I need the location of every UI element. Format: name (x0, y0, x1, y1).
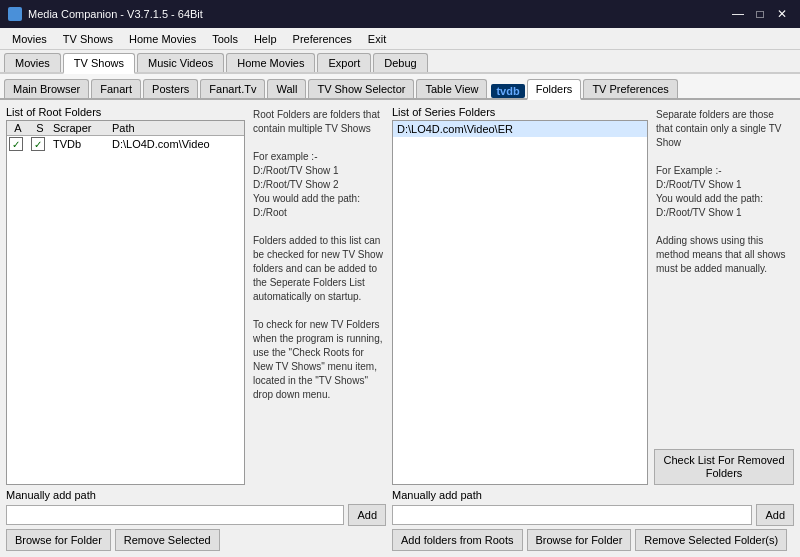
right-browse-folder-button[interactable]: Browse for Folder (527, 529, 632, 551)
tab-mainbrowser[interactable]: Main Browser (4, 79, 89, 98)
right-bottom-controls: Manually add path Add Add folders from R… (392, 489, 794, 551)
root-folder-row[interactable]: TVDb D:\LO4D.com\Video (7, 136, 244, 152)
list-header: A S Scraper Path (7, 121, 244, 136)
menu-tools[interactable]: Tools (204, 28, 246, 49)
left-bottom-controls: Manually add path Add Browse for Folder … (6, 489, 386, 551)
menu-movies[interactable]: Movies (4, 28, 55, 49)
maximize-button[interactable]: □ (750, 5, 770, 23)
window-controls: — □ ✕ (728, 5, 792, 23)
series-folders-label: List of Series Folders (392, 106, 648, 118)
tab-tvpreferences[interactable]: TV Preferences (583, 79, 677, 98)
left-panel: List of Root Folders A S Scraper Path (6, 106, 386, 551)
menu-bar: Movies TV Shows Home Movies Tools Help P… (0, 28, 800, 50)
right-panel: List of Series Folders D:\LO4D.com\Video… (392, 106, 794, 551)
close-button[interactable]: ✕ (772, 5, 792, 23)
add-from-roots-button[interactable]: Add folders from Roots (392, 529, 523, 551)
tab-tableview[interactable]: Table View (416, 79, 487, 98)
menu-preferences[interactable]: Preferences (285, 28, 360, 49)
root-folders-container: List of Root Folders A S Scraper Path (6, 106, 245, 485)
tab-debug[interactable]: Debug (373, 53, 427, 72)
col-scraper-header: Scraper (53, 122, 108, 134)
series-folder-item[interactable]: D:\LO4D.com\Video\ER (393, 121, 647, 137)
tab-wall[interactable]: Wall (267, 79, 306, 98)
tab-musicvideos[interactable]: Music Videos (137, 53, 224, 72)
check-list-button[interactable]: Check List For Removed Folders (654, 449, 794, 485)
menu-tvshows[interactable]: TV Shows (55, 28, 121, 49)
tab-movies[interactable]: Movies (4, 53, 61, 72)
tab-bar-1: Movies TV Shows Music Videos Home Movies… (0, 50, 800, 74)
main-content: List of Root Folders A S Scraper Path (0, 100, 800, 557)
tab-bar-2: Main Browser Fanart Posters Fanart.Tv Wa… (0, 74, 800, 100)
series-folders-listbox[interactable]: D:\LO4D.com\Video\ER (392, 120, 648, 485)
tab-export[interactable]: Export (317, 53, 371, 72)
menu-help[interactable]: Help (246, 28, 285, 49)
left-input-row: Add (6, 504, 386, 526)
menu-exit[interactable]: Exit (360, 28, 394, 49)
checkbox-a[interactable] (9, 137, 23, 151)
minimize-button[interactable]: — (728, 5, 748, 23)
tvdb-badge: tvdb (491, 84, 524, 98)
root-folders-description: Root Folders are folders that contain mu… (251, 106, 386, 485)
tab-folders[interactable]: Folders (527, 79, 582, 100)
menu-homemovies[interactable]: Home Movies (121, 28, 204, 49)
col-s-check[interactable] (31, 137, 49, 151)
title-bar: Media Companion - V3.7.1.5 - 64Bit — □ ✕ (0, 0, 800, 28)
col-s-header: S (31, 122, 49, 134)
series-description: Separate folders are those that contain … (654, 106, 794, 278)
right-path-input[interactable] (392, 505, 752, 525)
right-input-row: Add (392, 504, 794, 526)
col-a-header: A (9, 122, 27, 134)
window-title: Media Companion - V3.7.1.5 - 64Bit (28, 8, 203, 20)
left-add-button[interactable]: Add (348, 504, 386, 526)
root-folders-label: List of Root Folders (6, 106, 245, 118)
checkbox-s[interactable] (31, 137, 45, 151)
app-icon (8, 7, 22, 21)
tab-tvshows[interactable]: TV Shows (63, 53, 135, 74)
right-btn-row: Add folders from Roots Browse for Folder… (392, 529, 794, 551)
left-btn-row: Browse for Folder Remove Selected (6, 529, 386, 551)
right-panel-section: List of Series Folders D:\LO4D.com\Video… (392, 106, 794, 485)
left-add-path-label: Manually add path (6, 489, 386, 501)
browse-folder-button[interactable]: Browse for Folder (6, 529, 111, 551)
remove-selected-folder-button[interactable]: Remove Selected Folder(s) (635, 529, 787, 551)
col-a-check[interactable] (9, 137, 27, 151)
tab-posters[interactable]: Posters (143, 79, 198, 98)
row-scraper: TVDb (53, 138, 108, 150)
left-panel-section: List of Root Folders A S Scraper Path (6, 106, 386, 485)
tab-homemovies[interactable]: Home Movies (226, 53, 315, 72)
tab-fanarttv[interactable]: Fanart.Tv (200, 79, 265, 98)
col-path-header: Path (112, 122, 242, 134)
tab-tvshowselector[interactable]: TV Show Selector (308, 79, 414, 98)
remove-selected-button[interactable]: Remove Selected (115, 529, 220, 551)
tab-fanart[interactable]: Fanart (91, 79, 141, 98)
right-add-button[interactable]: Add (756, 504, 794, 526)
series-folders-container: List of Series Folders D:\LO4D.com\Video… (392, 106, 648, 485)
left-path-input[interactable] (6, 505, 344, 525)
root-folders-listbox[interactable]: A S Scraper Path TVDb D:\LO4D.com\Vi (6, 120, 245, 485)
right-add-path-label: Manually add path (392, 489, 794, 501)
row-path: D:\LO4D.com\Video (112, 138, 242, 150)
